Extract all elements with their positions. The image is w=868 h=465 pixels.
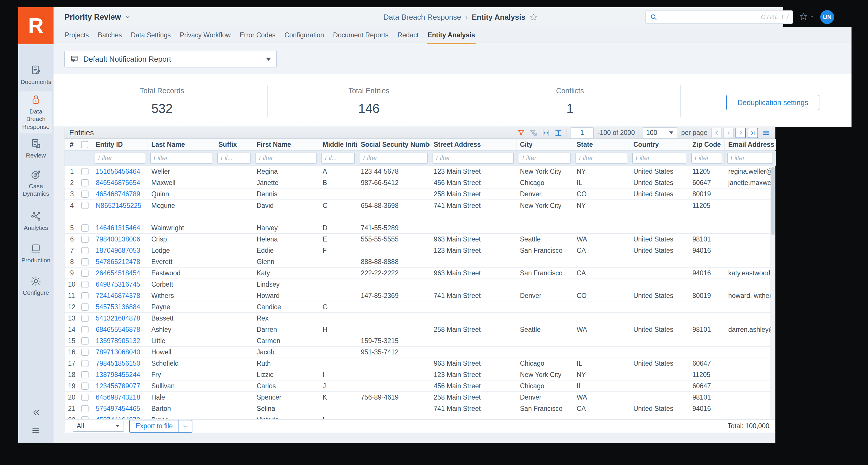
row-checkbox[interactable]: [81, 315, 89, 322]
entity-id-link[interactable]: 138798455244: [92, 371, 148, 379]
workspace-switcher[interactable]: Priority Review: [64, 7, 131, 27]
sidebar-item-documents[interactable]: Documents: [20, 62, 52, 89]
entity-id-link[interactable]: 798400138006: [92, 235, 148, 243]
tab-batches[interactable]: Batches: [97, 31, 122, 44]
sidebar-collapse-button[interactable]: [31, 408, 41, 417]
entity-id-link[interactable]: 789713068040: [92, 348, 148, 356]
favorites-button[interactable]: [799, 12, 814, 21]
row-checkbox[interactable]: [81, 405, 89, 412]
row-checkbox[interactable]: [81, 281, 89, 288]
filter-input-street-address[interactable]: [433, 153, 514, 164]
sidebar-item-analytics[interactable]: Analytics: [20, 208, 52, 235]
user-avatar[interactable]: UN: [820, 10, 834, 24]
column-header-social-security-number[interactable]: Social Security Number: [357, 139, 430, 150]
filter-input-middle-initial[interactable]: [321, 153, 355, 164]
tab-document-reports[interactable]: Document Reports: [333, 31, 389, 44]
export-options-button[interactable]: [179, 420, 192, 432]
filter-input-entity-id[interactable]: [95, 153, 145, 164]
app-logo[interactable]: R: [18, 7, 54, 44]
row-checkbox[interactable]: [81, 269, 89, 277]
row-checkbox[interactable]: [81, 416, 89, 419]
scrollbar-thumb[interactable]: [771, 167, 775, 235]
column-header-#[interactable]: #: [64, 139, 77, 150]
row-checkbox[interactable]: [81, 258, 89, 265]
entity-id-link[interactable]: 649875316745: [92, 281, 148, 288]
tab-configuration[interactable]: Configuration: [284, 31, 324, 44]
tab-data-settings[interactable]: Data Settings: [130, 31, 171, 44]
column-header-state[interactable]: State: [573, 139, 630, 150]
filter-input-social-security-number[interactable]: [360, 153, 428, 164]
filter-icon[interactable]: [517, 128, 525, 137]
next-page-icon[interactable]: [736, 128, 746, 138]
entity-id-link[interactable]: 724146874378: [92, 292, 148, 300]
column-header-first-name[interactable]: First Name: [253, 139, 319, 150]
column-header-suffix[interactable]: Suffix: [215, 139, 253, 150]
column-header-middle-initial[interactable]: Middle Initial: [319, 139, 357, 150]
sidebar-item-review[interactable]: Review: [20, 135, 52, 162]
export-to-file-button[interactable]: Export to file: [130, 420, 179, 432]
entity-id-link[interactable]: 264654518454: [92, 269, 148, 277]
entity-id-link[interactable]: 135978905132: [92, 337, 148, 345]
row-checkbox[interactable]: [81, 168, 89, 175]
entity-id-link[interactable]: 798451856150: [92, 359, 148, 368]
row-checkbox[interactable]: [81, 179, 89, 186]
row-checkbox[interactable]: [81, 326, 89, 333]
entity-id-link[interactable]: 458744164879: [92, 416, 148, 419]
tab-privacy-workflow[interactable]: Privacy Workflow: [179, 31, 231, 44]
column-header-zip-code[interactable]: Zip Code: [689, 139, 725, 150]
fit-width-icon[interactable]: [541, 128, 550, 137]
vertical-scrollbar[interactable]: [771, 166, 775, 419]
page-size-select[interactable]: 100: [643, 127, 677, 138]
row-checkbox[interactable]: [81, 292, 89, 299]
search-input[interactable]: [660, 13, 758, 22]
sidebar-item-case-dynamics[interactable]: Case Dynamics: [20, 166, 52, 201]
column-header-entity-id[interactable]: Entity ID: [92, 139, 148, 150]
row-checkbox[interactable]: [81, 337, 89, 345]
filter-input-suffix[interactable]: [217, 153, 251, 164]
favorite-star-icon[interactable]: [529, 13, 537, 21]
row-checkbox[interactable]: [81, 236, 89, 243]
tab-redact[interactable]: Redact: [397, 31, 419, 44]
entity-id-link[interactable]: 575497454465: [92, 405, 148, 413]
global-search[interactable]: CTRL + /: [645, 10, 793, 24]
report-selector[interactable]: Default Notification Report: [64, 51, 277, 67]
entity-id-link[interactable]: 541321684878: [92, 314, 148, 322]
columns-menu-icon[interactable]: [762, 128, 771, 137]
row-checkbox[interactable]: [81, 202, 89, 209]
column-header-country[interactable]: Country: [630, 139, 689, 150]
tab-entity-analysis[interactable]: Entity Analysis: [427, 31, 476, 44]
breadcrumb-parent[interactable]: Data Breach Response: [383, 13, 461, 22]
sidebar-menu-button[interactable]: [31, 426, 41, 435]
deduplication-settings-button[interactable]: Deduplication settings: [726, 95, 819, 110]
last-page-icon[interactable]: [748, 128, 758, 138]
column-header-last-name[interactable]: Last Name: [148, 139, 215, 150]
entity-id-link[interactable]: 846546875654: [92, 179, 148, 187]
entity-id-link[interactable]: 187049687053: [92, 247, 148, 255]
entity-id-link[interactable]: 151656456464: [92, 168, 148, 175]
column-header-street-address[interactable]: Street Address: [430, 139, 517, 150]
row-checkbox[interactable]: [81, 382, 89, 390]
filter-input-zip-code[interactable]: [691, 153, 722, 164]
row-checkbox[interactable]: [81, 224, 89, 232]
row-checkbox[interactable]: [81, 371, 89, 378]
column-header-city[interactable]: City: [517, 139, 573, 150]
entity-id-link[interactable]: 645698743218: [92, 394, 148, 401]
mass-action-scope-select[interactable]: All: [73, 421, 124, 432]
row-checkbox[interactable]: [81, 247, 89, 254]
sidebar-item-data-breach-response[interactable]: Data Breach Response: [20, 91, 52, 134]
tab-error-codes[interactable]: Error Codes: [239, 31, 276, 44]
filter-input-last-name[interactable]: [150, 153, 212, 164]
row-checkbox[interactable]: [81, 349, 89, 356]
row-checkbox[interactable]: [81, 191, 89, 198]
entity-id-link[interactable]: 123456789077: [92, 382, 148, 390]
entity-id-link[interactable]: 146461315464: [92, 224, 148, 232]
column-header-email-address[interactable]: Email Address: [725, 139, 776, 150]
row-height-icon[interactable]: [554, 128, 563, 137]
entity-id-link[interactable]: 545753136884: [92, 303, 148, 311]
entity-id-link[interactable]: 684655546878: [92, 326, 148, 333]
filter-input-first-name[interactable]: [255, 153, 316, 164]
page-number-input[interactable]: [570, 127, 594, 138]
row-checkbox[interactable]: [81, 360, 89, 367]
entity-id-link[interactable]: 465468746789: [92, 190, 148, 198]
entity-id-link[interactable]: 547865212478: [92, 258, 148, 266]
